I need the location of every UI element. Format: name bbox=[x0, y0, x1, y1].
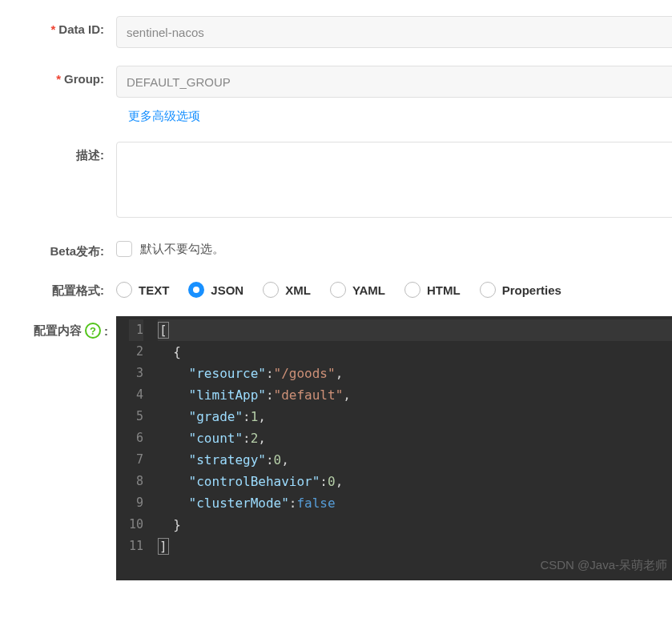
watermark: CSDN @Java-呆萌老师 bbox=[540, 554, 667, 576]
row-beta: Beta发布: 默认不要勾选。 bbox=[0, 238, 672, 259]
row-group: *Group: bbox=[0, 66, 672, 98]
editor-code[interactable]: [ { "resource":"/goods", "limitApp":"def… bbox=[151, 316, 672, 580]
radio-circle-icon bbox=[404, 282, 421, 298]
editor-gutter: 1234567891011 bbox=[116, 316, 151, 580]
description-textarea[interactable] bbox=[116, 142, 672, 218]
row-content: 配置内容 ? : 1234567891011 [ { "resource":"/… bbox=[0, 316, 672, 580]
required-marker: * bbox=[50, 22, 55, 36]
format-radio-json[interactable]: JSON bbox=[188, 282, 243, 298]
beta-checkbox[interactable] bbox=[116, 241, 132, 257]
format-radio-group: TEXTJSONXMLYAMLHTMLProperties bbox=[116, 277, 672, 298]
format-radio-text[interactable]: TEXT bbox=[116, 282, 169, 298]
format-radio-properties[interactable]: Properties bbox=[480, 282, 561, 298]
radio-label: XML bbox=[285, 283, 311, 297]
label-data-id: *Data ID: bbox=[0, 16, 116, 36]
label-content: 配置内容 ? : bbox=[0, 316, 116, 339]
radio-label: Properties bbox=[502, 283, 561, 297]
group-input[interactable] bbox=[116, 66, 672, 98]
label-format: 配置格式: bbox=[0, 277, 116, 299]
radio-circle-icon bbox=[330, 282, 346, 298]
radio-label: TEXT bbox=[139, 283, 169, 297]
data-id-input[interactable] bbox=[116, 16, 672, 48]
label-description: 描述: bbox=[0, 142, 116, 163]
radio-circle-icon bbox=[188, 282, 204, 298]
format-radio-yaml[interactable]: YAML bbox=[330, 282, 385, 298]
radio-circle-icon bbox=[263, 282, 279, 298]
row-data-id: *Data ID: bbox=[0, 16, 672, 48]
code-editor[interactable]: 1234567891011 [ { "resource":"/goods", "… bbox=[116, 316, 672, 580]
radio-label: HTML bbox=[427, 283, 461, 297]
format-radio-xml[interactable]: XML bbox=[263, 282, 311, 298]
format-radio-html[interactable]: HTML bbox=[404, 282, 461, 298]
radio-circle-icon bbox=[480, 282, 496, 298]
row-format: 配置格式: TEXTJSONXMLYAMLHTMLProperties bbox=[0, 277, 672, 299]
label-beta: Beta发布: bbox=[0, 238, 116, 259]
row-description: 描述: bbox=[0, 142, 672, 220]
beta-hint: 默认不要勾选。 bbox=[140, 242, 224, 257]
radio-label: JSON bbox=[211, 283, 243, 297]
required-marker: * bbox=[56, 72, 61, 86]
radio-label: YAML bbox=[352, 283, 385, 297]
help-icon[interactable]: ? bbox=[85, 323, 101, 339]
radio-circle-icon bbox=[116, 282, 132, 298]
label-group: *Group: bbox=[0, 66, 116, 86]
advanced-options-link[interactable]: 更多高级选项 bbox=[128, 109, 200, 124]
